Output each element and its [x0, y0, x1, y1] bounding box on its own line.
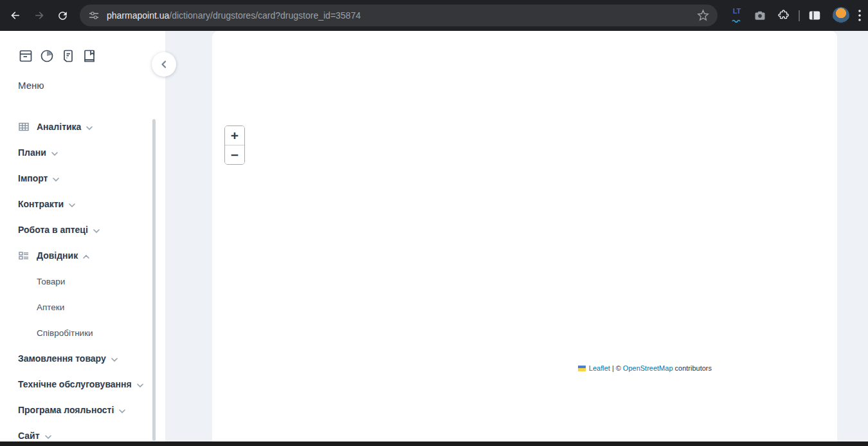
copyright-symbol: © — [616, 364, 621, 372]
star-icon — [696, 8, 710, 22]
chevron-down-icon — [53, 178, 59, 181]
url-text: pharmapoint.ua/dictionary/drugstores/car… — [107, 10, 361, 21]
languagetool-extension-icon[interactable]: LT — [729, 8, 745, 26]
sidebar-item-label: Імпорт — [18, 173, 48, 183]
sidebar-item-label: Довідник — [37, 250, 78, 261]
sidebar-item-label: Замовлення товару — [18, 353, 106, 364]
back-arrow-icon — [9, 9, 22, 22]
screen: pharmapoint.ua/dictionary/drugstores/car… — [0, 0, 868, 446]
sidebar-item-contracts[interactable]: Контракти — [0, 191, 149, 217]
sidebar-item-label: Технічне обслуговування — [18, 379, 132, 389]
chevron-up-icon — [83, 255, 89, 259]
sidebar-quick-icons — [18, 48, 97, 64]
chevron-down-icon — [51, 152, 58, 156]
sidebar-item-drugstores[interactable]: Аптеки — [0, 294, 149, 320]
leaflet-link[interactable]: Leaflet — [589, 364, 610, 372]
sidebar-item-goods[interactable]: Товари — [0, 268, 149, 294]
puzzle-icon — [777, 9, 790, 22]
chevron-down-icon — [69, 203, 75, 207]
chevron-left-icon — [160, 60, 168, 68]
chevron-down-icon — [93, 229, 100, 233]
box-icon[interactable] — [18, 48, 33, 64]
chevron-down-icon — [86, 126, 93, 130]
side-panel-icon — [808, 8, 822, 23]
sidebar-item-label: Програма лояльності — [18, 405, 114, 415]
reload-icon — [57, 10, 69, 22]
sidebar-item-label: Аналітика — [37, 122, 81, 132]
reload-button[interactable] — [53, 6, 71, 24]
sidebar-item-label: Співробітники — [37, 328, 93, 338]
taskbar-edge — [0, 441, 868, 446]
attribution-separator: | — [612, 364, 614, 372]
list-icon — [18, 250, 30, 261]
document-icon[interactable] — [60, 48, 76, 64]
back-button[interactable] — [6, 6, 24, 24]
extensions-button[interactable] — [775, 6, 793, 24]
chevron-down-icon — [111, 358, 118, 362]
menu-title: Меню — [18, 80, 44, 91]
sidebar-item-plans[interactable]: Плани — [0, 140, 149, 165]
url-bar[interactable]: pharmapoint.ua/dictionary/drugstores/car… — [80, 5, 718, 26]
osm-link[interactable]: OpenStreetMap — [623, 364, 673, 372]
site-settings-icon — [87, 9, 100, 22]
map-attribution: Leaflet | © OpenStreetMap contributors — [575, 363, 716, 373]
grid-icon — [18, 121, 30, 133]
attribution-suffix: contributors — [675, 364, 712, 372]
map-zoom-control: + − — [224, 125, 245, 165]
screenshot-extension-icon[interactable] — [751, 6, 769, 24]
sidebar-item-import[interactable]: Імпорт — [0, 165, 149, 191]
sidebar-item-label: Сайт — [18, 431, 40, 441]
sidebar-item-loyalty[interactable]: Програма лояльності — [0, 397, 149, 423]
sidebar-item-label: Аптеки — [37, 302, 64, 312]
chevron-down-icon — [45, 435, 51, 439]
sidebar-item-employees[interactable]: Співробітники — [0, 320, 149, 346]
bookmark-star-button[interactable] — [696, 8, 710, 24]
profile-avatar[interactable] — [833, 7, 849, 24]
browser-menu-button[interactable] — [853, 6, 867, 24]
sidebar-item-label: Робота в аптеці — [18, 225, 88, 235]
sidebar-item-label: Товари — [37, 277, 65, 286]
chevron-down-icon — [119, 409, 125, 413]
toolbar-divider — [799, 10, 800, 21]
sidebar-collapse-button[interactable] — [152, 52, 176, 77]
chevron-down-icon — [137, 384, 143, 387]
drugstore-card — [212, 31, 837, 446]
sidebar-item-goods-order[interactable]: Замовлення товару — [0, 346, 149, 371]
forward-button[interactable] — [30, 6, 48, 24]
sidebar-item-pharmacy-work[interactable]: Робота в аптеці — [0, 217, 149, 243]
lt-wave-icon — [732, 19, 742, 23]
forward-arrow-icon — [33, 9, 46, 22]
sidebar-item-maintenance[interactable]: Технічне обслуговування — [0, 371, 149, 397]
sidebar-item-dictionary[interactable]: Довідник — [0, 243, 149, 268]
ukraine-flag-icon — [578, 366, 586, 371]
zoom-out-button[interactable]: − — [225, 145, 244, 164]
sidebar-scrollbar[interactable] — [152, 119, 156, 441]
sidebar-item-label: Плани — [18, 147, 46, 158]
book-icon[interactable] — [82, 48, 97, 64]
browser-toolbar: pharmapoint.ua/dictionary/drugstores/car… — [0, 0, 868, 31]
pie-chart-icon[interactable] — [39, 48, 55, 64]
zoom-in-button[interactable]: + — [225, 126, 244, 145]
sidebar: Меню АналітикаПланиІмпортКонтрактиРобота… — [0, 31, 165, 446]
sidebar-item-label: Контракти — [18, 199, 64, 209]
camera-icon — [754, 9, 766, 22]
side-panel-button[interactable] — [806, 6, 824, 24]
sidebar-item-analytics[interactable]: Аналітика — [0, 114, 149, 140]
kebab-menu-icon — [858, 10, 861, 21]
